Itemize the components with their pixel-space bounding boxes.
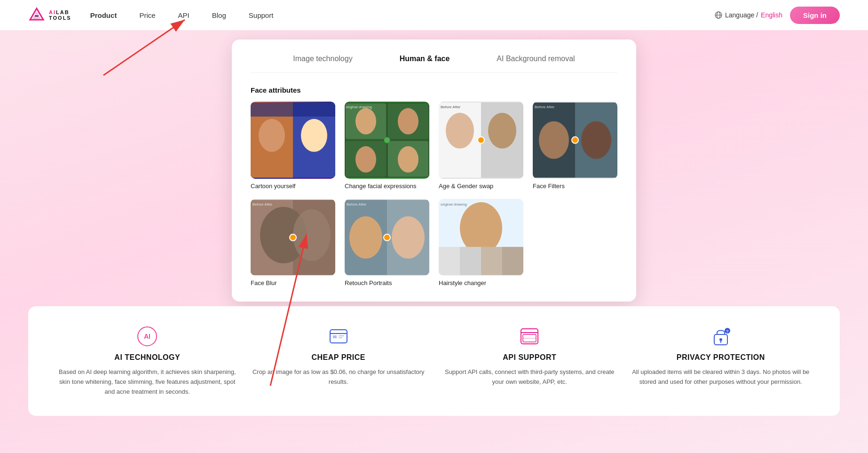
nav-right: Language / English Sign in	[715, 7, 840, 24]
tool-facial-expressions[interactable]: original drawing Change facial expressio…	[345, 102, 429, 190]
tool-empty-slot	[533, 199, 617, 287]
tools-row-2: Before After Face Blur	[251, 199, 617, 287]
svg-text:Before  After: Before After	[535, 105, 555, 109]
age-thumb-svg: Before After	[439, 102, 523, 179]
logo-icon	[28, 7, 45, 24]
svg-point-69	[719, 338, 722, 341]
svg-point-24	[488, 113, 516, 149]
language-label: Language /	[725, 11, 758, 19]
feature-cheap-price: CHEAP PRICE Crop an image for as low as …	[248, 325, 430, 397]
tool-age-gender-swap[interactable]: Before After Age & Gender swap	[439, 102, 523, 190]
product-tabs: Image technology Human & face AI Backgro…	[251, 55, 617, 73]
tool-hairstyle-changer[interactable]: original drawing Hairstyle changer	[439, 199, 523, 287]
svg-rect-50	[460, 246, 481, 275]
svg-text:AI: AI	[144, 333, 150, 340]
ai-tech-title: AI TECHNOLOGY	[114, 353, 180, 362]
tool-face-filters[interactable]: Before After Face Filters	[533, 102, 617, 190]
api-support-icon	[518, 325, 541, 348]
tools-row-1: Before After Cartoon	[251, 102, 617, 190]
tool-face-blur[interactable]: Before After Face Blur	[251, 199, 335, 287]
nav-price[interactable]: Price	[139, 11, 155, 19]
tool-age-label: Age & Gender swap	[439, 183, 523, 190]
tab-image-technology[interactable]: Image technology	[293, 55, 352, 65]
section-face-attributes: Face attributes	[251, 86, 617, 94]
api-title: API SUPPORT	[503, 353, 556, 362]
language-value: English	[761, 11, 782, 19]
nav-support[interactable]: Support	[249, 11, 274, 19]
svg-point-38	[290, 234, 296, 240]
api-desc: Support API calls, connect with third-pa…	[439, 367, 621, 387]
svg-point-32	[572, 137, 578, 143]
tool-facial-label: Change facial expressions	[345, 183, 429, 190]
sign-in-button[interactable]: Sign in	[790, 7, 840, 24]
price-icon	[327, 325, 350, 348]
svg-text:Before  After: Before After	[441, 105, 461, 109]
svg-point-36	[293, 209, 331, 261]
tool-cartoon-yourself[interactable]: Before After Cartoon	[251, 102, 335, 190]
svg-rect-51	[481, 246, 502, 275]
main-content: Image technology Human & face AI Backgro…	[0, 30, 868, 311]
svg-rect-63	[339, 337, 342, 338]
privacy-icon: ?	[710, 325, 732, 348]
tab-ai-bg-removal[interactable]: AI Background removal	[497, 55, 575, 65]
svg-rect-52	[502, 246, 523, 275]
svg-rect-49	[439, 246, 460, 275]
svg-text:original drawing: original drawing	[346, 105, 372, 109]
tool-retouch-label: Retouch Portraits	[345, 279, 429, 286]
svg-rect-59	[330, 330, 347, 343]
svg-point-30	[581, 121, 611, 159]
tool-hairstyle-label: Hairstyle changer	[439, 279, 523, 286]
svg-point-19	[398, 146, 418, 173]
tool-filters-label: Face Filters	[533, 183, 617, 190]
dropdown-panel: Image technology Human & face AI Backgro…	[232, 40, 636, 302]
svg-point-16	[355, 108, 376, 135]
svg-point-26	[478, 137, 484, 143]
svg-point-44	[384, 234, 390, 240]
hairstyle-thumb-svg: original drawing	[439, 199, 523, 276]
nav-links: Product Price API Blog Support	[90, 11, 715, 19]
svg-point-47	[460, 202, 502, 254]
nav-api[interactable]: API	[178, 11, 189, 19]
svg-rect-61	[333, 335, 337, 338]
tab-human-face[interactable]: Human & face	[400, 55, 450, 65]
nav-blog[interactable]: Blog	[212, 11, 226, 19]
svg-point-42	[392, 216, 425, 258]
nav-product[interactable]: Product	[90, 11, 117, 19]
cartoon-thumb-svg	[251, 102, 335, 179]
feature-privacy: ? PRIVACY PROTECTION All uploaded items …	[630, 325, 812, 397]
svg-point-8	[259, 119, 285, 152]
svg-text:?: ?	[726, 329, 728, 334]
svg-point-18	[355, 146, 376, 173]
svg-point-17	[398, 108, 418, 135]
feature-api-support: API SUPPORT Support API calls, connect w…	[439, 325, 621, 397]
tool-cartoon-label: Cartoon yourself	[251, 183, 335, 190]
svg-rect-62	[339, 335, 344, 336]
feature-ai-technology: AI AI TECHNOLOGY Based on AI deep learni…	[56, 325, 238, 397]
retouch-thumb-svg: Before After	[345, 199, 429, 276]
svg-point-29	[539, 121, 569, 159]
blur-thumb-svg: Before After	[251, 199, 335, 276]
ai-tech-desc: Based on AI deep learning algorithm, it …	[56, 367, 238, 397]
price-desc: Crop an image for as low as $0.06, no ch…	[248, 367, 430, 387]
svg-text:Before  After: Before After	[253, 202, 273, 206]
svg-point-23	[446, 113, 474, 149]
features-section: AI AI TECHNOLOGY Based on AI deep learni…	[28, 306, 840, 415]
globe-icon	[715, 11, 722, 19]
svg-point-41	[349, 216, 382, 258]
price-title: CHEAP PRICE	[311, 353, 365, 362]
navbar: AILAB TOOLS Product Price API Blog Suppo…	[0, 0, 868, 30]
language-selector[interactable]: Language / English	[715, 11, 782, 19]
svg-point-9	[301, 119, 327, 152]
svg-rect-10	[251, 103, 335, 117]
svg-text:original drawing: original drawing	[441, 202, 467, 206]
logo[interactable]: AILAB TOOLS	[28, 7, 71, 24]
privacy-desc: All uploaded items will be cleared withi…	[630, 367, 812, 387]
privacy-title: PRIVACY PROTECTION	[677, 353, 765, 362]
ai-tech-icon: AI	[136, 325, 158, 348]
svg-text:Before  After: Before After	[347, 202, 367, 206]
filters-thumb-svg: Before After	[533, 102, 617, 179]
tool-retouch-portraits[interactable]: Before After Retouch Portraits	[345, 199, 429, 287]
tool-blur-label: Face Blur	[251, 279, 335, 286]
slider-dot-2	[384, 137, 390, 143]
